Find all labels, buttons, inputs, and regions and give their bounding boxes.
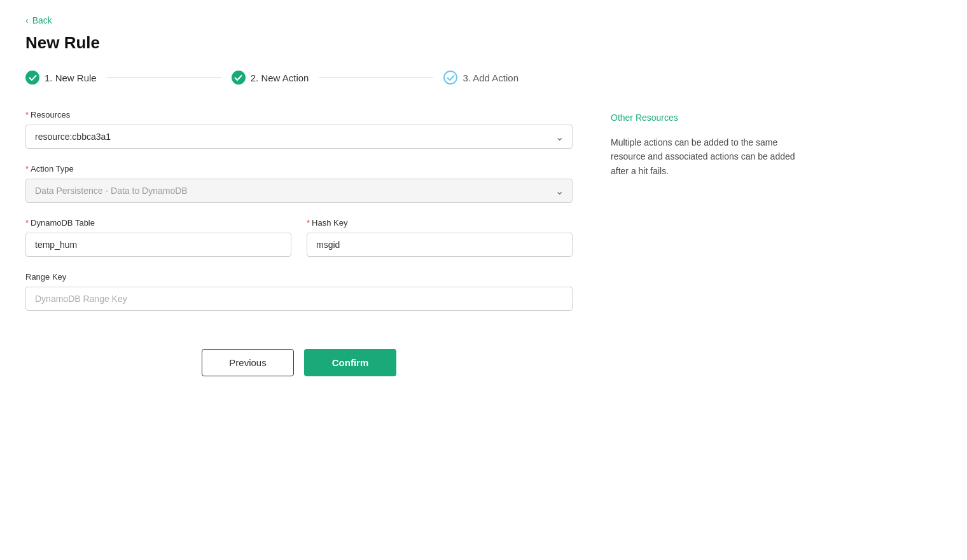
step-connector-1 [107, 78, 221, 78]
resources-required-star: * [25, 110, 29, 120]
resources-select-wrapper: resource:cbbca3a1 ⌄ [25, 125, 573, 149]
side-description: Multiple actions can be added to the sam… [611, 135, 814, 178]
stepper: 1. New Rule 2. New Action 3. Add Action [25, 71, 942, 85]
resources-label: * Resources [25, 110, 573, 120]
range-key-row: Range Key [25, 272, 573, 311]
step-3-label: 3. Add Action [463, 72, 518, 83]
action-type-required-star: * [25, 164, 29, 174]
form-area: * Resources resource:cbbca3a1 ⌄ * Action… [25, 110, 573, 402]
range-key-label: Range Key [25, 272, 573, 282]
other-resources-link[interactable]: Other Resources [611, 113, 678, 123]
dynamodb-table-row: * DynamoDB Table [25, 218, 291, 257]
dynamodb-hash-row: * DynamoDB Table * Hash Key [25, 218, 573, 272]
step-3-icon [443, 71, 457, 85]
button-row: Previous Confirm [25, 349, 573, 402]
hash-key-label: * Hash Key [307, 218, 573, 228]
back-chevron-icon: ‹ [25, 15, 29, 25]
previous-button[interactable]: Previous [202, 349, 294, 376]
step-1-icon [25, 71, 39, 85]
step-1-label: 1. New Rule [45, 72, 97, 83]
action-type-select-wrapper: Data Persistence - Data to DynamoDB ⌄ [25, 179, 573, 203]
resources-select[interactable]: resource:cbbca3a1 [25, 125, 573, 149]
step-connector-2 [319, 78, 433, 78]
step-2: 2. New Action [232, 71, 309, 85]
range-key-input[interactable] [25, 287, 573, 311]
page-title: New Rule [25, 33, 942, 53]
confirm-button[interactable]: Confirm [304, 349, 396, 376]
step-3: 3. Add Action [443, 71, 518, 85]
dynamodb-table-input[interactable] [25, 233, 291, 257]
step-2-icon [232, 71, 246, 85]
resources-row: * Resources resource:cbbca3a1 ⌄ [25, 110, 573, 149]
hash-key-input[interactable] [307, 233, 573, 257]
back-label: Back [32, 15, 52, 25]
step-2-label: 2. New Action [251, 72, 309, 83]
dynamodb-table-label: * DynamoDB Table [25, 218, 291, 228]
main-content: * Resources resource:cbbca3a1 ⌄ * Action… [25, 110, 942, 402]
hash-key-required-star: * [307, 218, 310, 228]
step-1: 1. New Rule [25, 71, 97, 85]
back-link[interactable]: ‹ Back [25, 15, 942, 25]
dynamodb-required-star: * [25, 218, 29, 228]
action-type-select[interactable]: Data Persistence - Data to DynamoDB [25, 179, 573, 203]
hash-key-row: * Hash Key [307, 218, 573, 257]
action-type-label: * Action Type [25, 164, 573, 174]
action-type-row: * Action Type Data Persistence - Data to… [25, 164, 573, 203]
side-info: Other Resources Multiple actions can be … [611, 110, 942, 178]
